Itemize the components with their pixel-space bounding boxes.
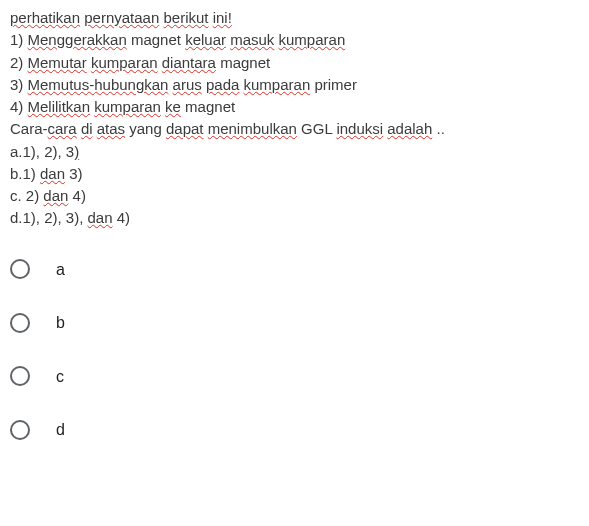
word: Memutar — [28, 54, 87, 71]
word: GGL — [297, 120, 336, 137]
word: Cara- — [10, 120, 48, 137]
option-b[interactable]: b — [10, 312, 579, 334]
line-number: 3) — [10, 76, 28, 93]
word: 3) — [65, 165, 83, 182]
word: pada — [206, 76, 239, 93]
word: dan — [88, 209, 113, 226]
answer-letter-line: c. 2) dan 4) — [10, 186, 579, 206]
word: c. 2) — [10, 187, 43, 204]
word: 4) — [113, 209, 131, 226]
word: primer — [310, 76, 357, 93]
word: induksi — [336, 120, 383, 137]
word: ini! — [213, 9, 232, 26]
line-number: 2) — [10, 54, 28, 71]
word: cara — [48, 120, 77, 137]
prompt-line: Cara-cara di atas yang dapat menimbulkan… — [10, 119, 579, 139]
option-label: c — [56, 366, 64, 388]
answer-letter-line: d.1), 2), 3), dan 4) — [10, 208, 579, 228]
word: magnet — [181, 98, 235, 115]
radio-icon[interactable] — [10, 420, 30, 440]
word: menimbulkan — [208, 120, 297, 137]
question-text: perhatikan pernyataan berikut ini! 1) Me… — [10, 8, 579, 229]
word: perhatikan — [10, 9, 80, 26]
word: adalah — [387, 120, 432, 137]
word: di — [81, 120, 93, 137]
intro-line: perhatikan pernyataan berikut ini! — [10, 8, 579, 28]
radio-icon[interactable] — [10, 366, 30, 386]
statement-line: 4) Melilitkan kumparan ke magnet — [10, 97, 579, 117]
word: keluar — [185, 31, 226, 48]
word: .. — [432, 120, 445, 137]
word: b.1) — [10, 165, 40, 182]
options-group: abcd — [10, 259, 579, 441]
word: Memutus-hubungkan — [28, 76, 169, 93]
line-number: 4) — [10, 98, 28, 115]
word: dan — [40, 165, 65, 182]
word: d.1), 2), 3), — [10, 209, 88, 226]
word: ke — [165, 98, 181, 115]
word: ) — [74, 143, 79, 160]
word: atas — [97, 120, 125, 137]
word: pernyataan — [84, 9, 159, 26]
answer-letter-line: b.1) dan 3) — [10, 164, 579, 184]
word: kumparan — [94, 98, 161, 115]
word: masuk — [230, 31, 274, 48]
word: kumparan — [91, 54, 158, 71]
word: arus — [173, 76, 202, 93]
line-number: 1) — [10, 31, 28, 48]
option-label: b — [56, 312, 65, 334]
word: diantara — [162, 54, 216, 71]
answer-letter-line: a.1), 2), 3) — [10, 142, 579, 162]
option-label: d — [56, 419, 65, 441]
option-c[interactable]: c — [10, 366, 579, 388]
word: Menggerakkan — [28, 31, 127, 48]
word: dan — [43, 187, 68, 204]
radio-icon[interactable] — [10, 259, 30, 279]
statement-line: 1) Menggerakkan magnet keluar masuk kump… — [10, 30, 579, 50]
word: kumparan — [244, 76, 311, 93]
word: dapat — [166, 120, 204, 137]
word: magnet — [127, 31, 185, 48]
statement-line: 3) Memutus-hubungkan arus pada kumparan … — [10, 75, 579, 95]
word: 4) — [68, 187, 86, 204]
word: kumparan — [279, 31, 346, 48]
word: a.1), 2), 3 — [10, 143, 74, 160]
radio-icon[interactable] — [10, 313, 30, 333]
word: magnet — [216, 54, 270, 71]
option-label: a — [56, 259, 65, 281]
word: berikut — [163, 9, 208, 26]
option-d[interactable]: d — [10, 419, 579, 441]
option-a[interactable]: a — [10, 259, 579, 281]
statement-line: 2) Memutar kumparan diantara magnet — [10, 53, 579, 73]
word: Melilitkan — [28, 98, 91, 115]
word: yang — [125, 120, 166, 137]
